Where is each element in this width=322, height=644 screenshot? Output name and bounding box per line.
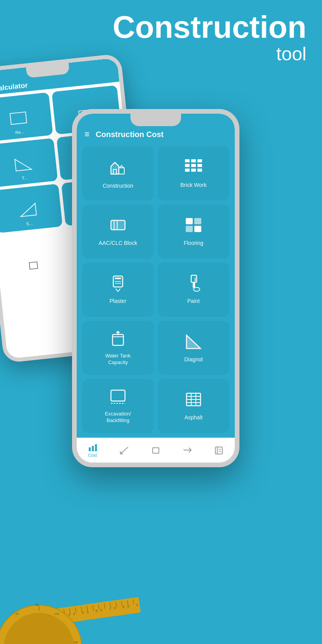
- svg-marker-3: [15, 158, 32, 171]
- asphalt-label: Asphalt: [185, 414, 203, 421]
- nav-cost-label: Cost: [88, 453, 97, 457]
- hamburger-icon[interactable]: ≡: [84, 129, 90, 139]
- back-card-5: S...: [0, 184, 63, 233]
- nav-measure[interactable]: [116, 445, 133, 456]
- svg-rect-13: [197, 159, 202, 162]
- menu-item-excavation[interactable]: Excavation/Backfilling: [82, 379, 154, 433]
- menu-item-plaster[interactable]: Plaster: [82, 262, 154, 317]
- svg-marker-5: [20, 203, 37, 216]
- svg-rect-14: [185, 164, 190, 167]
- diagnol-icon: [184, 333, 203, 353]
- nav-shape[interactable]: [147, 445, 164, 456]
- phone-front: ≡ Construction Cost Construction: [72, 109, 239, 467]
- svg-rect-26: [186, 226, 193, 232]
- excavation-icon: [109, 388, 127, 408]
- phone-screen: ≡ Construction Cost Construction: [77, 114, 235, 463]
- svg-text:90: 90: [35, 604, 38, 606]
- back-card-1-icon: [8, 110, 29, 128]
- back-card-7-icon: [28, 260, 40, 272]
- svg-rect-17: [185, 169, 190, 172]
- menu-item-flooring[interactable]: Flooring: [158, 204, 229, 259]
- svg-rect-40: [111, 390, 125, 401]
- back-card-1-label: Re...: [15, 129, 25, 135]
- construction-icon: [108, 158, 128, 179]
- back-card-1: Re...: [0, 92, 53, 142]
- svg-text:180: 180: [73, 641, 78, 644]
- svg-rect-16: [197, 164, 202, 167]
- brick-work-label: Brick Work: [180, 181, 206, 188]
- back-card-5-label: S...: [26, 221, 33, 226]
- plaster-icon: [109, 274, 127, 294]
- header-subtitle: tool: [113, 43, 306, 65]
- svg-rect-29: [115, 278, 121, 279]
- nav-convert[interactable]: [179, 445, 196, 456]
- svg-text:120: 120: [55, 612, 59, 615]
- protractor: 0 60 90 120 180: [0, 597, 86, 644]
- svg-rect-32: [191, 275, 197, 282]
- svg-rect-33: [193, 282, 195, 288]
- diagnol-label: Diagnol: [184, 356, 202, 363]
- menu-item-brick-work[interactable]: Brick Work: [158, 146, 229, 201]
- nav-cost[interactable]: Cost: [84, 442, 101, 459]
- aac-clc-icon: [109, 216, 127, 236]
- menu-item-asphalt[interactable]: Asphalt: [158, 379, 229, 433]
- svg-rect-0: [10, 112, 27, 125]
- aac-clc-label: AAC/CLC Block: [99, 239, 137, 246]
- svg-text:60: 60: [16, 612, 19, 615]
- paint-icon: [184, 274, 203, 294]
- flooring-label: Flooring: [184, 239, 204, 246]
- svg-rect-27: [194, 226, 201, 232]
- water-tank-icon: [109, 330, 127, 350]
- svg-rect-19: [197, 169, 202, 172]
- asphalt-icon: [184, 391, 203, 411]
- header-area: Construction tool: [113, 12, 306, 65]
- menu-item-aac-clc[interactable]: AAC/CLC Block: [82, 204, 154, 259]
- back-card-7: [0, 229, 67, 279]
- brick-work-icon: [184, 158, 203, 178]
- menu-item-paint[interactable]: Paint: [158, 262, 229, 317]
- menu-item-diagnol[interactable]: Diagnol: [158, 321, 229, 375]
- svg-rect-51: [95, 444, 97, 451]
- construction-label: Construction: [103, 182, 134, 189]
- bottom-nav: Cost: [77, 438, 235, 463]
- back-card-3-icon: [13, 155, 34, 174]
- back-card-5-icon: [18, 201, 39, 220]
- svg-rect-53: [215, 447, 222, 454]
- svg-rect-25: [194, 218, 201, 224]
- flooring-icon: [184, 216, 203, 236]
- svg-rect-18: [191, 169, 196, 172]
- menu-item-construction[interactable]: Construction: [82, 146, 154, 201]
- plaster-label: Plaster: [109, 297, 127, 304]
- phone-notch: [130, 114, 181, 126]
- svg-rect-36: [113, 334, 123, 345]
- svg-rect-12: [191, 159, 196, 162]
- app-header-title: Construction Cost: [96, 130, 164, 139]
- phone-back-header-title: Calculator: [0, 81, 28, 93]
- svg-rect-52: [153, 448, 159, 453]
- menu-item-water-tank[interactable]: Water TankCapacity: [82, 321, 154, 375]
- svg-rect-20: [111, 220, 125, 230]
- svg-rect-24: [186, 218, 193, 224]
- excavation-label: Excavation/Backfilling: [105, 411, 131, 424]
- svg-rect-11: [185, 159, 190, 162]
- water-tank-label: Water TankCapacity: [105, 353, 130, 366]
- svg-rect-7: [29, 262, 38, 269]
- header-title: Construction: [113, 12, 306, 43]
- paint-label: Paint: [187, 297, 200, 304]
- svg-point-34: [194, 287, 200, 291]
- menu-grid: Construction: [77, 142, 235, 438]
- back-card-3-label: T...: [21, 175, 28, 180]
- svg-rect-50: [92, 446, 94, 451]
- nav-book[interactable]: [210, 445, 227, 456]
- back-card-3: T...: [0, 138, 58, 187]
- svg-rect-49: [89, 447, 91, 451]
- svg-rect-15: [191, 164, 196, 167]
